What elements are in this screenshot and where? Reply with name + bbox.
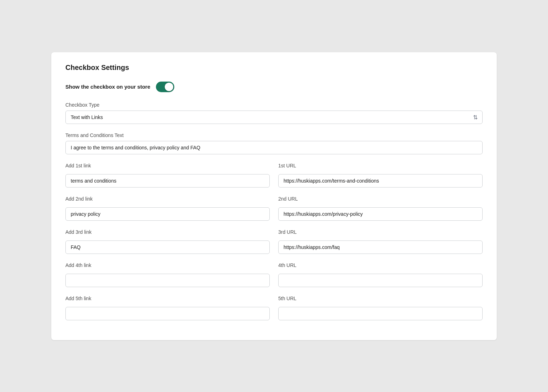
checkbox-type-select[interactable]: Text with Links Simple Checkbox Image Ch… bbox=[65, 111, 483, 124]
link-row-3: Add 3rd link 3rd URL bbox=[65, 229, 483, 254]
link-row-5: Add 5th link 5th URL bbox=[65, 296, 483, 320]
link-item-1: Add 1st link bbox=[65, 163, 270, 188]
link-input-5[interactable] bbox=[65, 307, 270, 320]
toggle-thumb bbox=[165, 83, 173, 91]
url-item-1: 1st URL bbox=[278, 163, 483, 188]
checkbox-type-label: Checkbox Type bbox=[65, 102, 483, 108]
link-input-1[interactable] bbox=[65, 174, 270, 188]
url-item-4: 4th URL bbox=[278, 262, 483, 287]
show-checkbox-row: Show the checkbox on your store bbox=[65, 82, 483, 92]
link-label-1: Add 1st link bbox=[65, 163, 270, 168]
terms-text-label: Terms and Conditions Text bbox=[65, 132, 483, 138]
url-label-1: 1st URL bbox=[278, 163, 483, 168]
url-input-2[interactable] bbox=[278, 207, 483, 221]
link-row-4: Add 4th link 4th URL bbox=[65, 262, 483, 287]
link-label-5: Add 5th link bbox=[65, 296, 270, 301]
toggle-track bbox=[156, 82, 174, 92]
url-item-2: 2nd URL bbox=[278, 196, 483, 221]
show-checkbox-label: Show the checkbox on your store bbox=[65, 84, 150, 90]
card-title: Checkbox Settings bbox=[65, 64, 483, 72]
url-label-2: 2nd URL bbox=[278, 196, 483, 202]
link-item-5: Add 5th link bbox=[65, 296, 270, 320]
url-input-4[interactable] bbox=[278, 274, 483, 287]
url-input-1[interactable] bbox=[278, 174, 483, 188]
url-input-3[interactable] bbox=[278, 240, 483, 254]
checkbox-settings-card: Checkbox Settings Show the checkbox on y… bbox=[51, 52, 497, 340]
terms-text-input[interactable] bbox=[65, 141, 483, 154]
link-input-2[interactable] bbox=[65, 207, 270, 221]
link-label-4: Add 4th link bbox=[65, 262, 270, 268]
link-label-3: Add 3rd link bbox=[65, 229, 270, 235]
link-input-3[interactable] bbox=[65, 240, 270, 254]
links-container: Add 1st link 1st URL Add 2nd link 2nd UR… bbox=[65, 163, 483, 320]
link-item-2: Add 2nd link bbox=[65, 196, 270, 221]
url-item-5: 5th URL bbox=[278, 296, 483, 320]
link-row-1: Add 1st link 1st URL bbox=[65, 163, 483, 188]
terms-text-group: Terms and Conditions Text bbox=[65, 132, 483, 154]
checkbox-type-select-wrapper: Text with Links Simple Checkbox Image Ch… bbox=[65, 111, 483, 124]
url-input-5[interactable] bbox=[278, 307, 483, 320]
checkbox-type-group: Checkbox Type Text with Links Simple Che… bbox=[65, 102, 483, 124]
url-item-3: 3rd URL bbox=[278, 229, 483, 254]
link-item-4: Add 4th link bbox=[65, 262, 270, 287]
url-label-3: 3rd URL bbox=[278, 229, 483, 235]
url-label-5: 5th URL bbox=[278, 296, 483, 301]
link-item-3: Add 3rd link bbox=[65, 229, 270, 254]
url-label-4: 4th URL bbox=[278, 262, 483, 268]
link-label-2: Add 2nd link bbox=[65, 196, 270, 202]
link-input-4[interactable] bbox=[65, 274, 270, 287]
link-row-2: Add 2nd link 2nd URL bbox=[65, 196, 483, 221]
show-checkbox-toggle[interactable] bbox=[156, 82, 174, 92]
